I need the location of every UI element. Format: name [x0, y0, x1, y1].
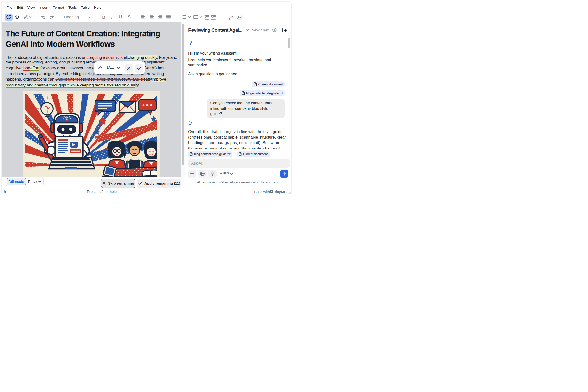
svg-text:2: 2 [193, 16, 194, 18]
svg-text:1: 1 [193, 14, 194, 16]
svg-text:3: 3 [193, 18, 194, 20]
